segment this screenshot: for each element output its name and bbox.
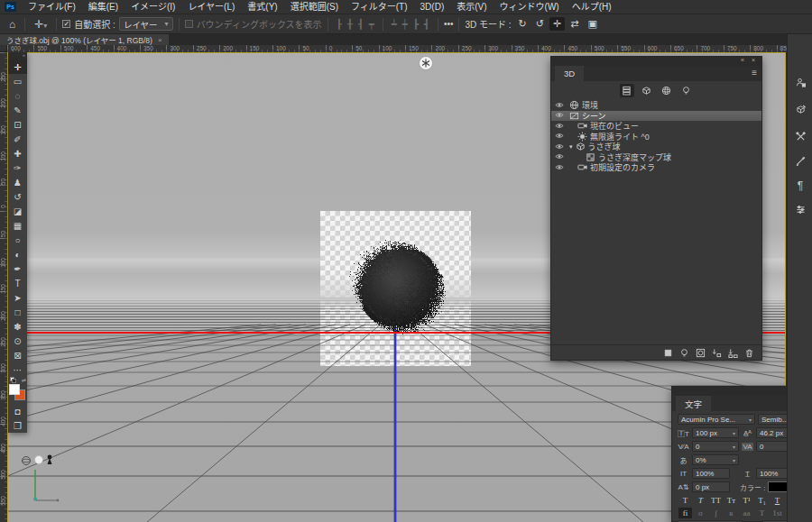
- kerning-field[interactable]: 0▾: [692, 441, 739, 452]
- align-icons[interactable]: ┠╂┨┯: [334, 19, 377, 29]
- brush-tool[interactable]: ✑: [8, 160, 27, 175]
- visibility-eye-icon[interactable]: [555, 101, 564, 110]
- distribute-icons[interactable]: ┷┿┣┫: [389, 19, 432, 29]
- baseline-shift-field[interactable]: 0 px: [692, 481, 730, 492]
- path-select-tool[interactable]: ➤: [8, 290, 27, 305]
- move-tool[interactable]: ✛: [8, 60, 27, 74]
- char-style-button-4[interactable]: T¹: [740, 495, 753, 506]
- 3d-row-camera[interactable]: 現在のビュー: [551, 121, 761, 132]
- clone-stamp-tool[interactable]: ♟: [8, 175, 27, 189]
- lasso-tool[interactable]: ◌: [8, 88, 27, 103]
- add-material-icon[interactable]: [663, 348, 673, 358]
- char-style-button-0[interactable]: T: [678, 495, 692, 506]
- crossed-tools-icon[interactable]: [793, 129, 807, 143]
- menu-選択範囲[interactable]: 選択範囲(S): [284, 0, 345, 14]
- opentype-button-3[interactable]: ʀ: [724, 508, 738, 518]
- frame-tool[interactable]: ⊠: [8, 348, 27, 362]
- filter-lights-icon[interactable]: [679, 84, 694, 97]
- sliders-icon[interactable]: [793, 202, 807, 216]
- screen-mode[interactable]: ❐: [8, 418, 27, 433]
- person-cube-icon[interactable]: [793, 75, 807, 89]
- opentype-button-5[interactable]: T: [755, 508, 769, 518]
- 3d-row-scene[interactable]: シーン: [551, 111, 761, 122]
- filter-meshes-icon[interactable]: [640, 84, 654, 97]
- toolbar-collapse[interactable]: »: [8, 52, 27, 60]
- document-tab[interactable]: うさぎ球.obj @ 100% (レイヤー 1, RGB/8) ×: [0, 34, 169, 45]
- panel-3d-menu-icon[interactable]: ≡: [752, 68, 757, 78]
- menu-イメージ[interactable]: イメージ(I): [125, 0, 181, 14]
- menu-書式[interactable]: 書式(Y): [241, 0, 283, 14]
- tab-character[interactable]: 文字: [676, 396, 711, 411]
- home-icon[interactable]: ⌂: [5, 18, 19, 31]
- menu-ウィンドウ[interactable]: ウィンドウ(W): [494, 0, 566, 14]
- hand-tool[interactable]: ✽: [8, 319, 27, 334]
- panel-3d-window-buttons[interactable]: « ×: [741, 57, 758, 63]
- expand-chevron-icon[interactable]: ▾: [569, 143, 573, 151]
- opentype-button-2[interactable]: ʃ: [709, 508, 723, 518]
- edit-toolbar[interactable]: ⋯: [8, 362, 27, 377]
- opentype-button-6[interactable]: 1st: [770, 508, 784, 518]
- quick-selection-tool[interactable]: ✎: [8, 103, 27, 117]
- type-tool[interactable]: T: [8, 276, 27, 290]
- add-light-icon[interactable]: [679, 348, 689, 358]
- vertical-ruler[interactable]: 2502001501005005010015020025030035040045…: [0, 52, 7, 522]
- roll-3d-icon[interactable]: ↺: [532, 17, 548, 31]
- char-style-button-2[interactable]: TT: [709, 495, 723, 506]
- gradient-tool[interactable]: ▦: [8, 218, 27, 233]
- eraser-tool[interactable]: ◪: [8, 204, 27, 218]
- ps-logo[interactable]: Ps: [5, 2, 16, 12]
- brush-pencil-icon[interactable]: [793, 153, 807, 168]
- foreground-color[interactable]: [9, 384, 20, 395]
- delete-3d-icon[interactable]: [744, 348, 754, 358]
- marquee-tool[interactable]: ▭: [8, 74, 27, 88]
- visibility-eye-icon[interactable]: [555, 152, 564, 161]
- light-ground-widget[interactable]: [17, 450, 71, 506]
- furry-sphere-object[interactable]: [326, 214, 466, 354]
- visibility-eye-icon[interactable]: [555, 132, 564, 141]
- healing-brush-tool[interactable]: ✚: [8, 146, 27, 160]
- menu-フィルター[interactable]: フィルター(T): [345, 0, 414, 14]
- opentype-button-4[interactable]: aa: [740, 508, 753, 518]
- ruler-corner[interactable]: [0, 45, 7, 52]
- menu-編集[interactable]: 編集(E): [82, 0, 125, 14]
- menu-表示[interactable]: 表示(V): [450, 0, 493, 14]
- history-brush-tool[interactable]: ↺: [8, 189, 27, 204]
- menu-ヘルプ[interactable]: ヘルプ(H): [566, 0, 618, 14]
- bbox-checkbox[interactable]: ✓: [185, 20, 193, 28]
- font-size-field[interactable]: 100 px▾: [692, 427, 739, 438]
- dodge-tool[interactable]: ◐: [8, 247, 27, 261]
- slide-3d-icon[interactable]: ⇄: [567, 17, 582, 31]
- merge-scene-3d-icon[interactable]: [728, 348, 738, 358]
- dolly-3d-icon[interactable]: ▣: [584, 17, 600, 31]
- pen-tool[interactable]: ✒: [8, 261, 27, 276]
- char-style-button-6[interactable]: T: [770, 495, 784, 506]
- orbit-3d-icon[interactable]: ↻: [515, 17, 531, 31]
- opentype-button-0[interactable]: fi: [678, 508, 692, 518]
- move-tool-icon[interactable]: ✛▾: [31, 18, 51, 31]
- menu-レイヤー[interactable]: レイヤー(L): [181, 0, 241, 14]
- swap-colors-icon[interactable]: ⇄: [22, 377, 26, 383]
- eyedropper-tool[interactable]: ✐: [8, 132, 27, 146]
- tsume-field[interactable]: 0%▾: [692, 454, 739, 465]
- crop-tool[interactable]: ⊡: [8, 117, 27, 132]
- visibility-eye-icon[interactable]: [555, 111, 564, 120]
- vertical-scale-field[interactable]: 100%: [692, 468, 730, 479]
- tab-3d[interactable]: 3D: [555, 66, 584, 81]
- auto-select-target-dropdown[interactable]: レイヤー▾: [119, 17, 173, 31]
- blur-tool[interactable]: ○: [8, 233, 27, 247]
- merge-down-3d-icon[interactable]: [712, 348, 722, 358]
- paragraph-icon[interactable]: ¶: [793, 179, 807, 193]
- quick-mask-mode[interactable]: ◘: [8, 404, 27, 418]
- visibility-eye-icon[interactable]: [555, 163, 564, 172]
- font-family-dropdown[interactable]: Acumin Pro Se...▾: [678, 414, 755, 425]
- menu-3D[interactable]: 3D(D): [414, 0, 451, 14]
- 3d-row-light[interactable]: 無限遠ライト ^0: [551, 132, 761, 142]
- filter-materials-icon[interactable]: [660, 84, 674, 97]
- auto-select-checkbox[interactable]: ✓: [62, 20, 70, 28]
- shape-tool[interactable]: □: [8, 305, 27, 319]
- cube-arrow-icon[interactable]: [793, 102, 807, 116]
- more-options[interactable]: •••: [444, 19, 454, 29]
- menu-ファイル[interactable]: ファイル(F): [22, 0, 82, 14]
- tab-close-icon[interactable]: ×: [158, 36, 162, 44]
- char-style-button-1[interactable]: T: [694, 495, 707, 506]
